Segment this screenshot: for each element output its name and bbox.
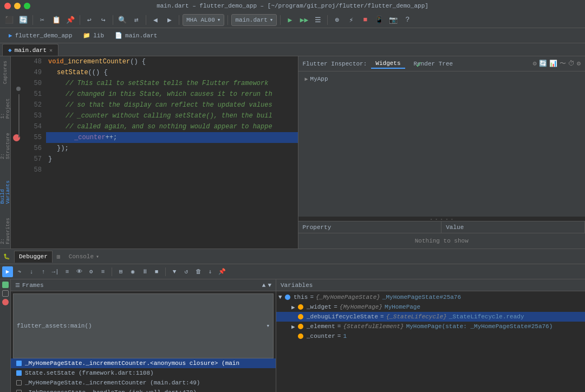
mute-button[interactable]: ◉ (127, 266, 138, 277)
line-54-gutter: 54 (11, 121, 46, 132)
project-label-side[interactable]: 1: Project (0, 88, 11, 123)
pin-button[interactable]: 📌 (217, 266, 227, 277)
debug-stop-icon[interactable]: ■ (151, 266, 162, 277)
frames-up-icon[interactable]: ▲ (262, 282, 266, 289)
line-55-gutter: 55 (11, 132, 46, 143)
screenshot-button[interactable]: 📷 (387, 14, 399, 26)
line-numbers-area: 48 49 50 51 52 (11, 56, 46, 249)
filter-button[interactable]: ▼ (169, 266, 180, 277)
inspector-refresh-icon[interactable]: 🔄 (539, 60, 547, 68)
more-button[interactable]: ≡ (98, 266, 108, 277)
toolbar-nav-next[interactable]: ▶ (164, 14, 176, 26)
breadcrumb-file[interactable]: 📄 main.dart (109, 30, 162, 42)
resume-icon: ▶ (6, 268, 10, 275)
toolbar-copy[interactable]: 📋 (50, 14, 62, 26)
inspector-clock-icon[interactable]: ⏱ (568, 60, 575, 68)
debug-tab-console[interactable]: Console ▾ (64, 251, 103, 263)
maximize-button[interactable] (24, 3, 30, 9)
step-into-button[interactable]: ↓ (26, 266, 37, 277)
evaluate-button[interactable]: ≡ (62, 266, 73, 277)
dart-icon: ◆ (8, 47, 12, 54)
watch-button[interactable]: 👁 (74, 266, 84, 277)
step-over-button[interactable]: ↷ (14, 266, 25, 277)
favorites-label[interactable]: 2: Favorites (0, 208, 11, 249)
debug-content: ☰ Frames ▲ ▼ flutter_assets:main() ▾ (0, 279, 585, 392)
stop-button[interactable]: ■ (359, 14, 371, 26)
frames-down-icon[interactable]: ▼ (268, 282, 271, 289)
toolbar-paste[interactable]: 📌 (64, 14, 76, 26)
help-button[interactable]: ? (401, 14, 413, 26)
toolbar-search[interactable]: 🔍 (116, 14, 128, 26)
breadcrumb-lib[interactable]: 📁 lib (77, 30, 109, 42)
toolbar-nav-prev[interactable]: ◀ (150, 14, 161, 26)
code-line-53: // _counter without calling setState(), … (46, 110, 298, 121)
run-to-cursor-button[interactable]: →| (50, 266, 61, 277)
inspector-gear-icon[interactable]: ⚙ (577, 60, 581, 68)
settings-button[interactable]: ⚙ (86, 266, 96, 277)
toolbar-forward[interactable]: 🔄 (17, 14, 29, 26)
fold-marker-50[interactable] (16, 87, 21, 91)
toolbar-replace[interactable]: ⇄ (131, 14, 142, 26)
threads-button[interactable]: ⊞ (115, 266, 126, 277)
run-config-dropdown[interactable]: MHA AL00 ▾ (183, 14, 224, 26)
coverage-button[interactable]: ☰ (312, 14, 324, 26)
var-eq-lifecycle: = (380, 313, 384, 320)
inspector-wave-icon[interactable]: 〜 (560, 59, 566, 68)
profile-button[interactable]: ⚡ (345, 14, 357, 26)
attach-button[interactable]: ⊕ (331, 14, 343, 26)
clear-button[interactable]: 🗑 (193, 266, 204, 277)
debug-run-button[interactable]: ▶▶ (298, 14, 310, 26)
restore-button[interactable]: ↺ (181, 266, 192, 277)
frame-item-3[interactable]: _InkResponseState._handleTap (ink_well.d… (11, 388, 276, 393)
file-dropdown[interactable]: main.dart ▾ (231, 14, 277, 26)
minimize-button[interactable] (14, 3, 21, 9)
var-item-element[interactable]: ▶ _element = {StatefulElement} MyHomePag… (276, 322, 585, 331)
frame-outline-3 (16, 390, 22, 393)
code-line-56: }); (46, 143, 298, 154)
run-button[interactable]: ▶ (284, 14, 296, 26)
frame-label-2: _MyHomePageState._incrementCounter (main… (25, 380, 200, 386)
resume-button[interactable]: ▶ (2, 266, 13, 277)
toolbar-undo[interactable]: ↩ (83, 14, 95, 26)
tree-label-myapp: MyApp (310, 76, 328, 82)
inspector-tab-widgets[interactable]: Widgets (371, 59, 405, 69)
var-item-this[interactable]: ▼ this = {_MyHomePageState} _MyHomePageS… (276, 292, 585, 302)
toolbar-redo[interactable]: ↪ (98, 14, 109, 26)
line-52-gutter: 52 (11, 100, 46, 110)
var-item-lifecycle[interactable]: _debugLifecycleState = {_StateLifecycle}… (276, 312, 585, 322)
step-out-button[interactable]: ↑ (38, 266, 49, 277)
toolbar-back[interactable]: ⬛ (3, 14, 15, 26)
structure-label[interactable]: 2: Structure (0, 123, 11, 164)
var-item-counter[interactable]: _counter = 1 (276, 331, 585, 341)
debug-stop-btn[interactable] (2, 299, 9, 305)
frame-item-0[interactable]: _MyHomePageState._incrementCounter.<anon… (11, 358, 276, 368)
var-type-lifecycle: {_StateLifecycle} (386, 313, 447, 320)
frame-item-2[interactable]: _MyHomePageState._incrementCounter (main… (11, 378, 276, 388)
frames-dropdown[interactable]: flutter_assets:main() ▾ (13, 293, 274, 358)
debug-tab-debugger[interactable]: Debugger (14, 251, 53, 263)
var-item-widget[interactable]: ▶ _widget = {MyHomePage} MyHomePage (276, 302, 585, 312)
inspector-resize-handle[interactable]: • • • • • (298, 217, 586, 221)
debug-pause-btn[interactable] (2, 290, 9, 297)
breadcrumb-project[interactable]: ▶ flutter_demo_app (3, 30, 77, 42)
close-button[interactable] (4, 3, 11, 9)
debugger-icon: 🐛 (3, 253, 10, 260)
tab-main-dart[interactable]: ◆ main.dart ✕ (2, 44, 58, 56)
build-variants-label[interactable]: Build Variants (0, 163, 11, 208)
scroll-end-button[interactable]: ⇓ (205, 266, 216, 277)
device-button[interactable]: 📱 (373, 14, 385, 26)
linenum-51: 51 (22, 90, 46, 98)
debug-pause-icon[interactable]: ⏸ (139, 266, 150, 277)
var-eq-widget: = (334, 304, 337, 310)
frame-icon-1 (15, 369, 23, 377)
inspector-settings-icon[interactable]: ⚙ (533, 60, 537, 68)
tab-close-icon[interactable]: ✕ (49, 47, 53, 54)
tree-myapp[interactable]: ▶ MyApp (301, 74, 583, 84)
inspector-chart-icon[interactable]: 📊 (549, 60, 557, 68)
dropdown-chevron: ▾ (266, 322, 270, 329)
captures-label[interactable]: Captures (2, 56, 9, 88)
toolbar-cut[interactable]: ✂ (36, 14, 48, 26)
fold-bar-51 (18, 94, 20, 105)
frame-item-1[interactable]: State.setState (framework.dart:1108) (11, 368, 276, 378)
debug-active-indicator[interactable] (2, 282, 9, 288)
